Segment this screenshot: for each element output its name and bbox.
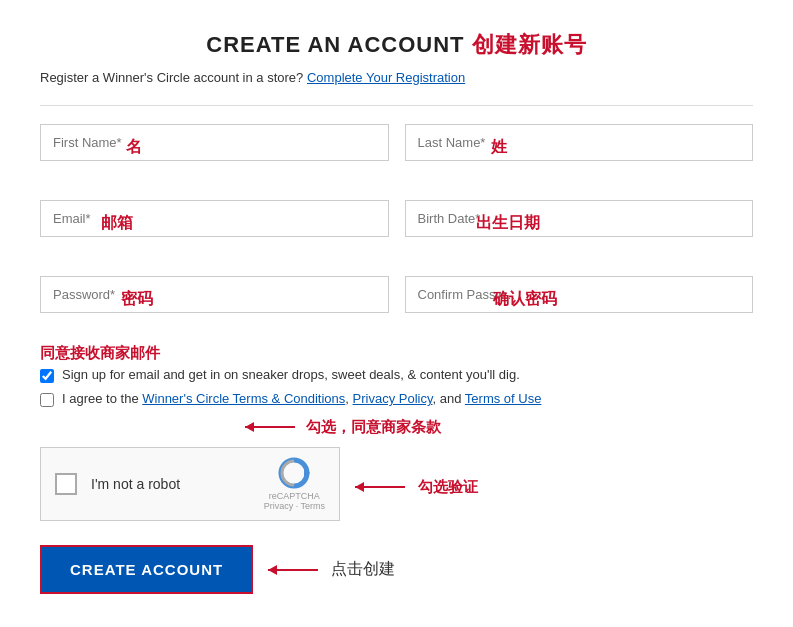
password-zh: 密码	[121, 290, 153, 307]
checkboxes-section: Sign up for email and get in on sneaker …	[40, 367, 753, 407]
terms-checkbox[interactable]	[40, 393, 54, 407]
subtitle: Register a Winner's Circle account in a …	[40, 70, 753, 85]
svg-marker-1	[245, 422, 254, 432]
recaptcha-box: I'm not a robot reCAPTCHA Privacy · Term…	[40, 447, 340, 521]
last-name-input[interactable]	[405, 124, 754, 161]
birth-date-field	[405, 200, 754, 237]
name-row	[40, 124, 753, 161]
recaptcha-checkbox[interactable]	[55, 473, 77, 495]
password-field	[40, 276, 389, 313]
email-signup-row: Sign up for email and get in on sneaker …	[40, 367, 753, 383]
first-name-field	[40, 124, 389, 161]
recaptcha-brand: reCAPTCHA Privacy · Terms	[264, 491, 325, 511]
last-name-field	[405, 124, 754, 161]
page-title: CREATE AN ACCOUNT 创建新账号	[40, 30, 753, 60]
svg-point-2	[280, 459, 308, 487]
email-zh: 邮箱	[101, 214, 133, 231]
create-btn-row: CREATE ACCOUNT 点击创建	[40, 545, 753, 594]
email-signup-annotation: 同意接收商家邮件	[40, 344, 160, 363]
divider	[40, 105, 753, 106]
confirm-password-zh: 确认密码	[493, 290, 557, 307]
password-input[interactable]	[40, 276, 389, 313]
privacy-link[interactable]: Privacy Policy	[353, 391, 433, 406]
captcha-section: I'm not a robot reCAPTCHA Privacy · Term…	[40, 447, 753, 527]
confirm-password-input[interactable]	[405, 276, 754, 313]
captcha-arrow-icon	[350, 477, 410, 497]
email-field	[40, 200, 389, 237]
form-section: 名 姓 邮箱 出生日期	[40, 124, 753, 338]
create-account-button[interactable]: CREATE ACCOUNT	[40, 545, 253, 594]
page-container: CREATE AN ACCOUNT 创建新账号 Register a Winne…	[0, 0, 793, 627]
svg-marker-7	[268, 565, 277, 575]
recaptcha-logo: reCAPTCHA Privacy · Terms	[264, 457, 325, 511]
captcha-annotation: 勾选验证	[418, 478, 478, 497]
create-annotation: 点击创建	[331, 559, 395, 580]
terms-arrow-icon	[240, 417, 300, 437]
terms-label: I agree to the Winner's Circle Terms & C…	[62, 391, 541, 406]
subtitle-text: Register a Winner's Circle account in a …	[40, 70, 303, 85]
terms-annotation: 勾选，同意商家条款	[306, 418, 441, 437]
email-birth-row	[40, 200, 753, 237]
tou-link[interactable]: Terms of Use	[465, 391, 542, 406]
terms-link1[interactable]: Winner's Circle Terms & Conditions	[142, 391, 345, 406]
email-signup-label: Sign up for email and get in on sneaker …	[62, 367, 520, 382]
confirm-password-field	[405, 276, 754, 313]
title-zh: 创建新账号	[472, 32, 587, 57]
birth-date-zh: 出生日期	[476, 214, 540, 231]
email-input[interactable]	[40, 200, 389, 237]
recaptcha-label: I'm not a robot	[91, 476, 254, 492]
recaptcha-icon	[278, 457, 310, 489]
terms-row: I agree to the Winner's Circle Terms & C…	[40, 391, 753, 407]
first-name-zh: 名	[126, 138, 142, 155]
complete-registration-link[interactable]: Complete Your Registration	[307, 70, 465, 85]
last-name-zh: 姓	[491, 138, 507, 155]
email-annotation-row: 同意接收商家邮件	[40, 344, 753, 363]
svg-marker-5	[355, 482, 364, 492]
first-name-input[interactable]	[40, 124, 389, 161]
birth-date-input[interactable]	[405, 200, 754, 237]
email-signup-checkbox[interactable]	[40, 369, 54, 383]
title-en: CREATE AN ACCOUNT	[206, 32, 464, 57]
create-arrow-icon	[263, 560, 323, 580]
